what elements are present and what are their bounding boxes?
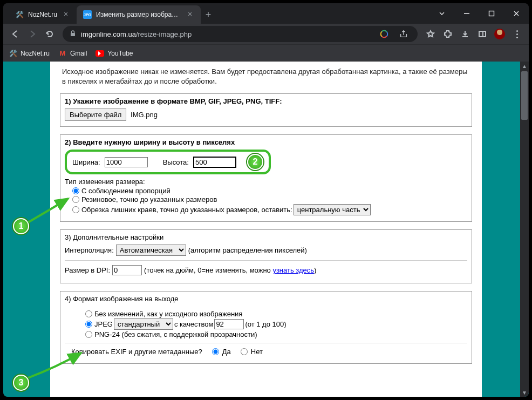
radio-exif-yes[interactable]: [212, 348, 219, 355]
window-maximize-button[interactable]: [479, 3, 504, 24]
radio-proportional-label: С соблюдением пропорций: [81, 187, 170, 195]
radio-exif-no-label: Нет: [251, 348, 263, 356]
bookmark-youtube[interactable]: YouTube: [96, 49, 133, 58]
jpeg-preset-select[interactable]: стандартный: [114, 318, 173, 330]
scrollbar[interactable]: ▲ ▼: [520, 62, 529, 397]
menu-button[interactable]: [509, 26, 524, 42]
tools-icon: 🛠️: [15, 10, 24, 19]
step3-title: 3) Дополнительные настройки: [65, 233, 467, 241]
tools-icon: 🛠️: [9, 49, 17, 58]
step2-title: 2) Введите нужную ширину и высоту в пикс…: [65, 138, 467, 146]
profile-avatar[interactable]: [492, 26, 507, 42]
svg-rect-0: [489, 11, 494, 16]
annotation-badge-3: 3: [13, 375, 29, 391]
width-input[interactable]: [105, 157, 148, 167]
annotation-badge-2: 2: [247, 154, 263, 170]
dpi-label: Размер в DPI:: [65, 266, 110, 274]
radio-format-png[interactable]: [85, 331, 92, 338]
radio-crop[interactable]: [72, 206, 79, 213]
height-input[interactable]: [193, 157, 236, 168]
step1-title: 1) Укажите изображение в формате BMP, GI…: [65, 97, 467, 105]
crop-position-select[interactable]: центральную часть: [294, 204, 371, 215]
radio-format-jpeg-label: JPEG: [94, 320, 113, 328]
radio-format-jpeg[interactable]: [85, 321, 92, 328]
google-icon[interactable]: [377, 26, 392, 42]
dimensions-row: Ширина: Высота: 2: [65, 150, 271, 174]
height-label: Высота:: [163, 158, 189, 166]
dpi-input[interactable]: [112, 265, 142, 275]
radio-stretch[interactable]: [72, 196, 79, 203]
radio-format-same[interactable]: [85, 310, 92, 317]
resize-type-label: Тип изменения размера:: [65, 178, 467, 186]
gmail-icon: M: [58, 49, 67, 58]
step3-block: 3) Дополнительные настройки Интерполяция…: [60, 229, 472, 283]
svg-rect-1: [71, 33, 75, 36]
jpeg-quality-label: с качеством: [174, 320, 213, 328]
interpolation-label: Интерполяция:: [65, 246, 114, 254]
favorite-button[interactable]: [423, 26, 438, 42]
window-minimize-button[interactable]: [454, 3, 479, 24]
browser-toolbar: imgonline.com.ua/resize-image.php: [3, 24, 529, 44]
intro-text: Исходное изображение никак не изменяется…: [60, 67, 472, 86]
step2-block: 2) Введите нужную ширину и высоту в пикс…: [60, 134, 472, 222]
interpolation-select[interactable]: Автоматическая: [116, 245, 186, 256]
scroll-up-icon[interactable]: ▲: [520, 62, 529, 70]
viewport: Исходное изображение никак не изменяется…: [3, 62, 529, 397]
bookmarks-bar: 🛠️NozNet.ru MGmail YouTube: [3, 44, 529, 62]
jpeg-quality-note: (от 1 до 100): [245, 320, 286, 328]
youtube-icon: [96, 49, 104, 58]
share-icon[interactable]: [396, 26, 411, 42]
step4-block: 4) Формат изображения на выходе Без изме…: [60, 291, 472, 364]
jpeg-quality-input[interactable]: [214, 319, 244, 329]
scrollbar-thumb[interactable]: [521, 71, 528, 120]
jpg-icon: JPG: [83, 10, 92, 19]
window-close-button[interactable]: [504, 3, 529, 24]
step1-block: 1) Укажите изображение в формате BMP, GI…: [60, 93, 472, 127]
tab-title: Изменить размер изображения: [96, 11, 181, 18]
address-bar[interactable]: imgonline.com.ua/resize-image.php: [63, 26, 418, 42]
dpi-help-link[interactable]: узнать здесь: [272, 266, 314, 274]
extensions-button[interactable]: [440, 26, 455, 42]
bookmark-gmail[interactable]: MGmail: [58, 49, 87, 58]
dpi-note: (точек на дюйм, 0=не изменять, можно узн…: [144, 266, 316, 274]
back-button[interactable]: [8, 26, 23, 42]
reload-button[interactable]: [42, 26, 57, 42]
width-label: Ширина:: [72, 158, 100, 166]
radio-format-same-label: Без изменений, как у исходного изображен…: [94, 310, 242, 318]
radio-proportional[interactable]: [72, 187, 79, 194]
step4-title: 4) Формат изображения на выходе: [65, 295, 467, 303]
forward-button[interactable]: [25, 26, 40, 42]
exif-label: Копировать EXIF и другие метаданные?: [71, 348, 202, 356]
lock-icon: [69, 30, 77, 39]
interpolation-note: (алгоритм распределения пикселей): [188, 246, 307, 254]
new-tab-button[interactable]: +: [201, 5, 216, 24]
tab-title: NozNet.ru: [28, 11, 57, 18]
downloads-button[interactable]: [458, 26, 473, 42]
page-content: Исходное изображение никак не изменяется…: [50, 62, 482, 397]
url-text: imgonline.com.ua/resize-image.php: [81, 30, 372, 38]
annotation-badge-1: 1: [13, 218, 29, 234]
selected-filename: IMG.png: [131, 111, 158, 119]
scroll-down-icon[interactable]: ▼: [520, 388, 529, 397]
browser-tab-noznet[interactable]: 🛠️ NozNet.ru ×: [9, 5, 77, 24]
close-icon[interactable]: ×: [62, 10, 70, 19]
radio-stretch-label: Резиновое, точно до указанных размеров: [81, 195, 217, 204]
radio-format-png-label: PNG-24 (без сжатия, с поддержкой прозрач…: [94, 330, 257, 338]
titlebar: 🛠️ NozNet.ru × JPG Изменить размер изобр…: [3, 3, 529, 24]
choose-file-button[interactable]: Выберите файл: [65, 109, 126, 121]
radio-crop-label: Обрезка лишних краев, точно до указанных…: [81, 206, 292, 214]
radio-exif-yes-label: Да: [222, 348, 231, 356]
radio-exif-no[interactable]: [241, 348, 248, 355]
chevron-down-icon[interactable]: [429, 3, 454, 24]
browser-tab-imgonline[interactable]: JPG Изменить размер изображения ×: [77, 5, 201, 24]
sidepanel-button[interactable]: [475, 26, 490, 42]
bookmark-noznet[interactable]: 🛠️NozNet.ru: [9, 49, 50, 58]
close-icon[interactable]: ×: [186, 10, 194, 19]
